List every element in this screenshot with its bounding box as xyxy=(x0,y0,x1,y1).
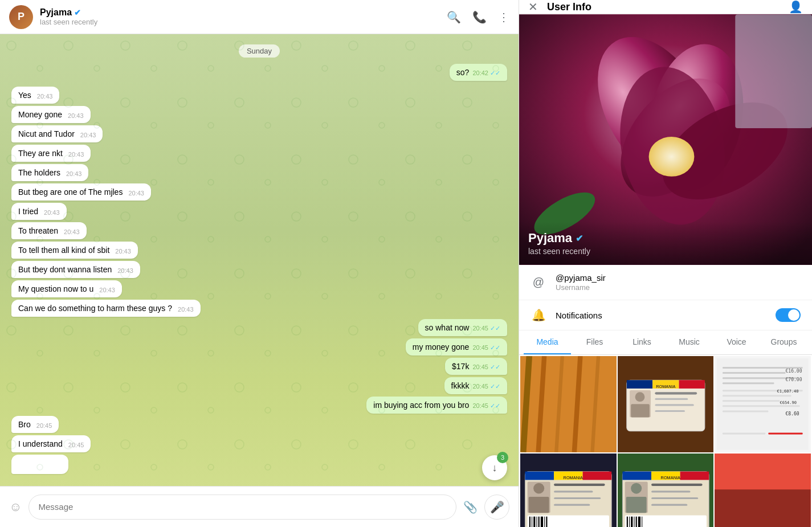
svg-rect-61 xyxy=(533,516,535,527)
message-text: But tbeg are one of The mjles xyxy=(18,187,123,197)
svg-rect-54 xyxy=(554,491,593,492)
tab-music[interactable]: Music xyxy=(666,330,713,354)
username-row: @ @pyjama_sir Username xyxy=(519,265,812,300)
message-text: Can we do something to harm these guys ? xyxy=(18,304,172,313)
voice-button[interactable]: 🎤 xyxy=(484,495,509,520)
scroll-down-button[interactable]: ↓ 3 xyxy=(482,455,507,480)
message-time: 20:43 xyxy=(128,190,144,197)
username-label: Username xyxy=(556,283,801,292)
sent-bubble: fkkkk 20:45 ✓✓ xyxy=(444,377,507,394)
tab-files[interactable]: Files xyxy=(571,330,618,354)
message-time: 20:42 ✓✓ xyxy=(472,70,500,77)
message-row: But tbeg are one of The mjles 20:43 xyxy=(11,183,507,201)
message-row: Yes 20:43 xyxy=(11,87,507,104)
message-time: 20:45 ✓✓ xyxy=(472,402,500,410)
received-bubble: Nicut and Tudor 20:43 xyxy=(11,125,103,142)
media-cell[interactable] xyxy=(520,356,617,452)
svg-rect-47 xyxy=(525,471,554,480)
tab-links[interactable]: Links xyxy=(618,330,666,354)
svg-rect-58 xyxy=(528,515,609,527)
media-cell[interactable]: ROMANIA xyxy=(520,454,617,527)
attach-button[interactable]: 📎 xyxy=(463,500,478,514)
message-text: To tell them all kind of sbit xyxy=(18,246,109,255)
tab-media[interactable]: Media xyxy=(524,330,571,354)
tab-voice[interactable]: Voice xyxy=(713,330,760,354)
read-check-icon: ✓✓ xyxy=(490,383,500,390)
media-thumbnail-svg: €16.00 €70.00 €1,607.40 €654.90 €8.60 xyxy=(717,358,809,450)
microphone-icon: 🎤 xyxy=(490,500,504,514)
svg-rect-53 xyxy=(554,483,605,485)
message-time: 20:43 xyxy=(99,287,115,293)
close-button[interactable]: ✕ xyxy=(528,0,538,14)
svg-rect-36 xyxy=(723,405,800,407)
message-row: so what now 20:45 ✓✓ xyxy=(11,319,507,336)
notifications-toggle[interactable] xyxy=(776,308,801,322)
read-check-icon: ✓✓ xyxy=(490,402,500,409)
svg-rect-80 xyxy=(625,515,706,527)
user-photo-name: Pyjama ✔ xyxy=(528,231,803,246)
emoji-button[interactable]: ☺ xyxy=(9,500,22,514)
received-bubble: Can we do something to harm these guys ?… xyxy=(11,300,201,317)
message-text: im buying acc from you bro xyxy=(373,401,469,410)
verified-badge-icon: ✔ xyxy=(576,233,583,244)
message-row: Nicut and Tudor 20:43 xyxy=(11,125,507,142)
user-photo-overlay: Pyjama ✔ last seen recently xyxy=(519,222,812,265)
header-actions: 🔍 📞 ⋮ xyxy=(447,10,509,24)
media-cell[interactable]: ROMANIA xyxy=(618,454,714,527)
message-row: fkkkk 20:45 ✓✓ xyxy=(11,377,507,394)
media-thumbnail-svg: ROMANIA xyxy=(618,454,714,527)
message-text: so what now xyxy=(425,323,470,332)
message-text: Yes xyxy=(18,91,31,100)
at-icon: @ xyxy=(531,276,546,289)
message-row: The holders 20:43 xyxy=(11,164,507,181)
message-text: so? xyxy=(456,68,470,77)
media-thumbnail-svg: ROMANIA xyxy=(618,356,714,452)
media-thumbnail-svg: ROMANIA xyxy=(520,454,617,527)
message-text: The holders xyxy=(18,168,60,177)
svg-rect-55 xyxy=(554,497,601,499)
received-bubble: My question now to u 20:43 xyxy=(11,280,122,297)
read-check-icon: ✓✓ xyxy=(490,325,500,332)
media-cell[interactable]: ROMANIA xyxy=(618,356,714,452)
day-label: Sunday xyxy=(11,46,507,56)
search-icon[interactable]: 🔍 xyxy=(447,10,461,24)
user-info-panel: ✕ User Info 👤 xyxy=(519,0,812,527)
message-time: 20:43 xyxy=(66,170,82,177)
chat-header-info: Pyjama ✔ last seen recently xyxy=(40,7,440,26)
received-bubble: To threaten 20:43 xyxy=(11,222,87,239)
svg-text:€654.90: €654.90 xyxy=(780,400,797,405)
message-text: I understand xyxy=(18,439,63,448)
message-input[interactable] xyxy=(28,495,456,520)
chat-messages-area: Sunday so? 20:42 ✓✓ Yes 20:43 xyxy=(0,34,519,527)
more-icon[interactable]: ⋮ xyxy=(498,10,509,24)
svg-rect-35 xyxy=(723,400,780,402)
message-row: They are nkt 20:43 xyxy=(11,145,507,162)
message-row: But tbey dont wanna listen 20:43 xyxy=(11,261,507,278)
media-cell[interactable]: €16.00 €70.00 €1,607.40 €654.90 €8.60 xyxy=(715,356,811,452)
message-text: fkkkk xyxy=(451,381,470,390)
svg-rect-26 xyxy=(655,410,685,412)
svg-rect-60 xyxy=(532,516,532,527)
verified-icon: ✔ xyxy=(74,8,81,17)
user-action-icon[interactable]: 👤 xyxy=(789,0,803,14)
contact-name: Pyjama ✔ xyxy=(40,7,440,18)
tab-groups[interactable]: Groups xyxy=(760,330,807,354)
message-row: Money gone 20:43 xyxy=(11,106,507,123)
received-bubble: They are nkt 20:43 xyxy=(11,145,91,162)
media-cell[interactable] xyxy=(715,454,811,527)
svg-point-6 xyxy=(649,137,695,177)
sent-bubble: $17k 20:45 ✓✓ xyxy=(445,358,507,375)
svg-rect-56 xyxy=(554,504,590,505)
svg-rect-9 xyxy=(520,356,617,452)
svg-rect-59 xyxy=(529,516,531,527)
message-text: To threaten xyxy=(18,226,58,235)
svg-point-21 xyxy=(635,392,644,402)
svg-rect-82 xyxy=(629,516,630,527)
call-icon[interactable]: 📞 xyxy=(472,10,487,24)
svg-rect-78 xyxy=(651,504,687,505)
message-row: I understand 20:45 xyxy=(11,435,507,452)
svg-rect-49 xyxy=(583,471,612,480)
username-value[interactable]: @pyjama_sir xyxy=(556,273,801,283)
message-text: I tried xyxy=(18,207,38,216)
svg-text:ROMANIA: ROMANIA xyxy=(564,475,583,480)
